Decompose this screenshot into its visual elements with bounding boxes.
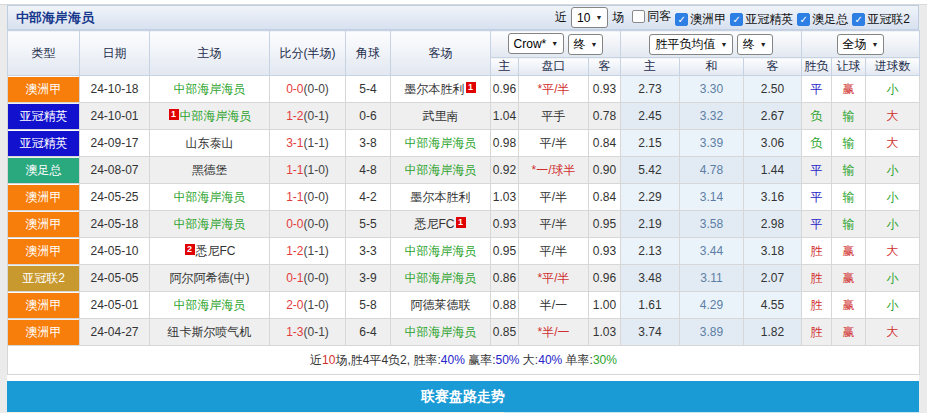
cell-corners: 6-4 [346,319,391,346]
cell-asia-home-odds: 0.96 [491,76,519,103]
sub-header-goals: 进球数 [866,58,920,76]
cell-handicap: *平/半 [519,76,589,103]
cell-date: 24-05-18 [80,211,150,238]
cell-handicap-result: 赢 [832,76,866,103]
cell-corners: 3-8 [346,130,391,157]
cell-date: 24-05-10 [80,238,150,265]
cell-asia-home-odds: 0.88 [491,292,519,319]
league-trend-section-bar[interactable]: 联赛盘路走势 [7,381,919,412]
cell-handicap: 平/半 [519,130,589,157]
checkbox-unchecked-icon[interactable] [632,10,645,23]
cell-corners: 5-5 [346,211,391,238]
sub-header-letgoal: 让球 [832,58,866,76]
match-rows: 澳洲甲 24-10-18 中部海岸海员 0-0(0-0) 5-4 墨尔本胜利1 … [8,76,920,346]
cell-date: 24-05-25 [80,184,150,211]
league-type-badge: 澳洲甲 [8,239,79,264]
cell-away-team: 中部海岸海员 [391,319,491,346]
filter-checkbox-label: 澳洲甲 [690,11,726,28]
cell-corners: 4-8 [346,157,391,184]
cell-asia-home-odds: 1.03 [491,184,519,211]
cell-home-team: 中部海岸海员 [150,184,270,211]
cell-handicap-result: 输 [832,211,866,238]
col-header-away: 客场 [391,31,491,76]
cell-euro-draw-odds: 3.32 [680,103,744,130]
cell-euro-draw-odds: 3.39 [680,130,744,157]
cell-result: 平 [802,76,832,103]
cell-league-type: 亚冠联2 [8,265,80,292]
cell-home-team: 纽卡斯尔喷气机 [150,319,270,346]
europe-avg-select[interactable]: 胜平负均值 ▼ [649,34,733,55]
cell-euro-draw-odds: 4.78 [680,157,744,184]
cell-euro-draw-odds: 3.30 [680,76,744,103]
cell-euro-away-odds: 3.06 [744,130,802,157]
cell-handicap-result: 赢 [832,292,866,319]
league-type-badge: 澳洲甲 [8,77,79,102]
league-type-badge: 亚冠精英 [8,131,79,156]
cell-away-team: 中部海岸海员 [391,265,491,292]
filter-checkbox[interactable]: 亚冠联2 [852,11,910,28]
scope-value: 全场 [843,36,867,53]
cell-date: 24-08-07 [80,157,150,184]
cell-handicap-result: 赢 [832,265,866,292]
checkbox-checked-icon[interactable] [675,13,688,26]
summary-segment: 赢率: [465,353,496,367]
cell-handicap: 半/一 [519,292,589,319]
cell-asia-away-odds: 0.93 [589,238,621,265]
scope-select[interactable]: 全场 ▼ [837,34,885,55]
checkbox-checked-icon[interactable] [852,13,865,26]
cell-date: 24-05-01 [80,292,150,319]
cell-asia-away-odds: 0.95 [589,211,621,238]
cell-goals: 小 [866,211,920,238]
cell-euro-draw-odds: 3.58 [680,211,744,238]
cell-asia-home-odds: 0.93 [491,211,519,238]
summary-segment: 30% [593,353,617,367]
filter-checkbox[interactable]: 亚冠精英 [730,11,793,28]
filter-checkbox-label: 亚冠精英 [745,11,793,28]
cell-asia-away-odds: 0.84 [589,130,621,157]
cell-handicap: *平/半 [519,265,589,292]
chevron-down-icon: ▼ [720,41,727,48]
cell-away-team: 中部海岸海员 [391,157,491,184]
league-type-badge: 亚冠联2 [8,266,79,291]
col-header-type: 类型 [8,31,80,76]
team-title: 中部海岸海员 [16,9,94,27]
recent-count-select[interactable]: 10 ▼ [571,7,608,28]
cell-result: 平 [802,211,832,238]
cell-result: 平 [802,157,832,184]
league-type-badge: 澳足总 [8,158,79,183]
cell-asia-away-odds: 1.03 [589,319,621,346]
cell-handicap: *一/球半 [519,157,589,184]
filter-checkbox[interactable]: 澳足总 [797,11,848,28]
cell-euro-away-odds: 2.67 [744,103,802,130]
cell-score: 1-2(0-1) [270,103,346,130]
odds-company-select[interactable]: Crow* ▼ [508,33,565,54]
cell-date: 24-10-01 [80,103,150,130]
league-type-badge: 澳洲甲 [8,293,79,318]
sub-header-result: 胜负 [802,58,832,76]
cell-away-team: 墨尔本胜利 [391,184,491,211]
filter-checkbox-label: 澳足总 [812,11,848,28]
checkbox-checked-icon[interactable] [730,13,743,26]
cell-euro-home-odds: 2.15 [621,130,680,157]
cell-away-team: 中部海岸海员 [391,130,491,157]
asia-stage-select[interactable]: 终 ▼ [568,34,604,55]
panel-titlebar: 中部海岸海员 近 10 ▼ 场 同客澳洲甲亚冠精英澳足总亚冠联2 [7,5,919,30]
summary-segment: 40% [441,353,465,367]
checkbox-checked-icon[interactable] [797,13,810,26]
summary-segment: 50% [496,353,520,367]
cell-euro-away-odds: 3.16 [744,184,802,211]
table-row: 澳洲甲 24-05-10 2悉尼FC 1-2(1-1) 3-3 中部海岸海员 0… [8,238,920,265]
summary-segment: 40% [538,353,562,367]
sub-header-handicap: 盘口 [519,58,589,76]
cell-handicap-result: 赢 [832,238,866,265]
filter-checkbox[interactable]: 同客 [632,8,671,25]
cell-league-type: 澳足总 [8,157,80,184]
cell-euro-away-odds: 4.55 [744,292,802,319]
matches-table: 类型 日期 主场 比分(半场) 角球 客场 Crow* ▼ 终 ▼ [7,30,920,375]
cell-euro-home-odds: 5.42 [621,157,680,184]
cell-euro-home-odds: 2.45 [621,103,680,130]
cell-euro-home-odds: 3.74 [621,319,680,346]
filter-checkbox[interactable]: 澳洲甲 [675,11,726,28]
sub-header-asia-away: 客 [589,58,621,76]
europe-stage-select[interactable]: 终 ▼ [737,34,773,55]
